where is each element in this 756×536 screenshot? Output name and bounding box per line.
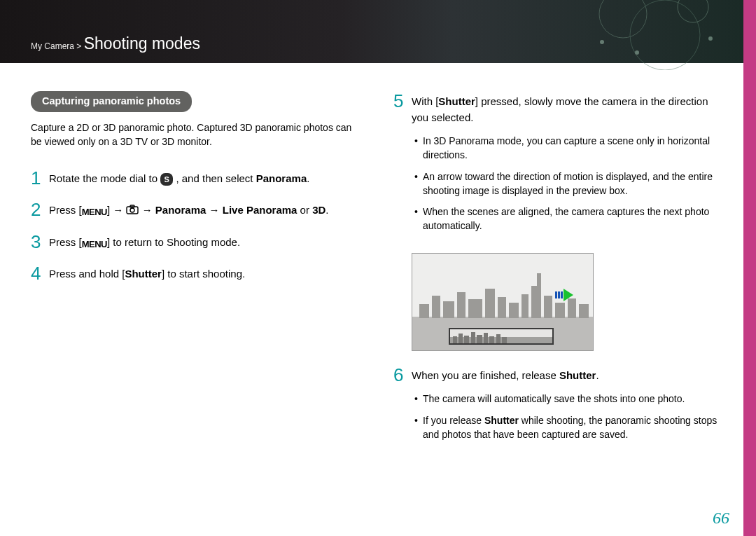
svg-rect-22 xyxy=(555,303,565,318)
side-tab xyxy=(743,0,756,536)
svg-point-6 xyxy=(708,36,713,41)
step-body: Press [MENU] → → Panorama → Live Panoram… xyxy=(49,200,363,219)
svg-point-1 xyxy=(630,0,700,70)
bullet: In 3D Panorama mode, you can capture a s… xyxy=(412,134,725,163)
scene-dial-icon: S xyxy=(160,173,173,186)
page-number: 66 xyxy=(713,509,729,528)
step-6-bullets: The camera will automatically save the s… xyxy=(412,392,725,441)
page-title: Shooting modes xyxy=(84,34,200,53)
preview-box xyxy=(449,328,554,345)
breadcrumb: My Camera > Shooting modes xyxy=(31,34,200,53)
step-body: Press [MENU] to return to Shooting mode. xyxy=(49,232,363,252)
svg-rect-21 xyxy=(544,296,552,318)
step-body: When you are finished, release Shutter. … xyxy=(412,365,725,448)
svg-rect-23 xyxy=(568,298,576,318)
step-number: 3 xyxy=(31,233,49,252)
svg-rect-29 xyxy=(453,336,457,343)
intro-text: Capture a 2D or 3D panoramic photo. Capt… xyxy=(31,121,363,149)
svg-rect-20 xyxy=(537,273,541,318)
svg-rect-37 xyxy=(502,337,507,343)
svg-rect-10 xyxy=(419,304,429,318)
step-2: 2 Press [MENU] → → Panorama → Live Panor… xyxy=(31,200,363,219)
page-header: My Camera > Shooting modes xyxy=(0,0,756,63)
svg-rect-19 xyxy=(531,286,537,318)
svg-rect-18 xyxy=(522,294,528,318)
svg-rect-32 xyxy=(471,332,475,343)
page-content: Capturing panoramic photos Capture a 2D … xyxy=(0,63,756,461)
step-number: 6 xyxy=(393,366,412,448)
bullet: When the scenes are aligned, the camera … xyxy=(412,205,725,233)
svg-rect-36 xyxy=(496,334,500,343)
svg-rect-24 xyxy=(579,304,589,318)
decorative-circles xyxy=(539,0,735,70)
svg-rect-11 xyxy=(432,296,440,318)
svg-point-9 xyxy=(130,208,134,212)
left-column: Capturing panoramic photos Capture a 2D … xyxy=(31,91,363,461)
bullet: The camera will automatically save the s… xyxy=(412,392,725,406)
step-body: Press and hold [Shutter] to start shooti… xyxy=(49,263,363,282)
step-5-bullets: In 3D Panorama mode, you can capture a s… xyxy=(412,134,725,233)
svg-point-3 xyxy=(600,40,604,44)
svg-rect-14 xyxy=(468,299,482,318)
step-3: 3 Press [MENU] to return to Shooting mod… xyxy=(31,232,363,252)
svg-rect-33 xyxy=(477,335,482,343)
svg-marker-28 xyxy=(564,289,573,301)
step-body: Rotate the mode dial to S , and then sel… xyxy=(49,168,363,187)
menu-icon: MENU xyxy=(82,238,107,252)
step-number: 5 xyxy=(393,92,412,240)
bullet: An arrow toward the direction of motion … xyxy=(412,170,725,198)
svg-rect-25 xyxy=(555,291,557,298)
svg-rect-12 xyxy=(443,301,454,318)
svg-rect-27 xyxy=(561,291,563,298)
step-4: 4 Press and hold [Shutter] to start shoo… xyxy=(31,263,363,282)
svg-rect-13 xyxy=(457,292,465,318)
step-6: 6 When you are finished, release Shutter… xyxy=(393,365,725,448)
preview-skyline-icon xyxy=(450,329,555,346)
step-number: 4 xyxy=(31,264,49,282)
svg-point-0 xyxy=(599,0,647,38)
svg-point-2 xyxy=(678,0,708,22)
breadcrumb-section: My Camera > xyxy=(31,41,81,51)
bullet: If you release Shutter while shooting, t… xyxy=(412,413,725,442)
svg-rect-26 xyxy=(558,291,560,298)
step-body: With [Shutter] pressed, slowly move the … xyxy=(412,91,725,240)
svg-rect-17 xyxy=(509,303,519,318)
svg-rect-16 xyxy=(498,297,506,318)
camera-icon xyxy=(126,203,139,219)
step-5: 5 With [Shutter] pressed, slowly move th… xyxy=(393,91,725,240)
svg-rect-34 xyxy=(484,333,488,343)
svg-rect-31 xyxy=(464,336,469,343)
step-number: 1 xyxy=(31,169,49,187)
svg-rect-30 xyxy=(458,334,463,343)
step-number: 2 xyxy=(31,200,49,219)
right-column: 5 With [Shutter] pressed, slowly move th… xyxy=(393,91,725,461)
section-pill: Capturing panoramic photos xyxy=(31,91,192,112)
step-1: 1 Rotate the mode dial to S , and then s… xyxy=(31,168,363,187)
svg-rect-15 xyxy=(485,289,495,318)
direction-arrow-icon xyxy=(555,289,573,301)
menu-icon: MENU xyxy=(82,205,107,219)
svg-rect-35 xyxy=(489,336,494,343)
panorama-illustration xyxy=(412,253,594,351)
svg-point-4 xyxy=(635,50,639,55)
